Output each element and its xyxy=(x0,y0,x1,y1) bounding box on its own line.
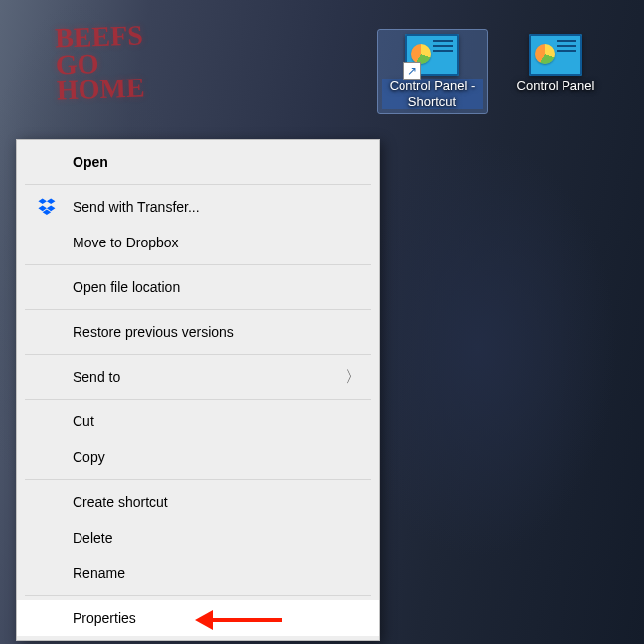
desktop-icon-control-panel-shortcut[interactable]: ↗ Control Panel - Shortcut xyxy=(378,30,487,113)
menu-separator xyxy=(25,479,371,480)
menu-item-create-shortcut[interactable]: Create shortcut xyxy=(17,484,379,520)
menu-item-delete[interactable]: Delete xyxy=(17,520,379,556)
menu-item-label: Delete xyxy=(73,530,112,546)
shortcut-arrow-icon: ↗ xyxy=(403,62,421,80)
desktop-icon-label: Control Panel - Shortcut xyxy=(382,79,483,109)
menu-item-rename[interactable]: Rename xyxy=(17,556,379,591)
menu-item-copy[interactable]: Copy xyxy=(17,439,379,475)
dropbox-icon xyxy=(37,197,57,217)
menu-item-label: Send with Transfer... xyxy=(73,199,200,215)
wallpaper-graffiti: BEEFS GO HOME xyxy=(55,22,145,104)
menu-separator xyxy=(25,354,371,355)
desktop-icons: ↗ Control Panel - Shortcut Control Panel xyxy=(378,30,610,113)
control-panel-icon: ↗ xyxy=(405,34,459,76)
menu-item-cut[interactable]: Cut xyxy=(17,403,379,439)
menu-item-label: Open file location xyxy=(73,279,180,295)
menu-item-label: Move to Dropbox xyxy=(73,235,179,250)
context-menu: OpenSend with Transfer...Move to Dropbox… xyxy=(16,139,380,641)
control-panel-icon xyxy=(529,34,582,76)
menu-separator xyxy=(25,399,371,400)
menu-item-send-to[interactable]: Send to〉 xyxy=(17,359,379,395)
menu-item-send-with-transfer[interactable]: Send with Transfer... xyxy=(17,189,379,225)
menu-item-label: Cut xyxy=(73,413,94,429)
menu-item-move-to-dropbox[interactable]: Move to Dropbox xyxy=(17,225,379,260)
menu-item-label: Send to xyxy=(73,369,120,385)
menu-item-label: Create shortcut xyxy=(73,494,168,510)
menu-item-label: Open xyxy=(73,154,108,170)
menu-item-restore-previous-versions[interactable]: Restore previous versions xyxy=(17,314,379,350)
desktop-icon-label: Control Panel xyxy=(515,79,597,94)
menu-separator xyxy=(25,184,371,185)
menu-item-label: Properties xyxy=(73,610,136,626)
chevron-right-icon: 〉 xyxy=(345,367,361,388)
menu-item-label: Rename xyxy=(73,565,125,581)
menu-item-label: Restore previous versions xyxy=(73,324,234,340)
menu-separator xyxy=(25,309,371,310)
menu-item-open-file-location[interactable]: Open file location xyxy=(17,269,379,305)
menu-item-open[interactable]: Open xyxy=(17,144,379,180)
menu-item-properties[interactable]: Properties xyxy=(17,600,379,636)
menu-separator xyxy=(25,595,371,596)
desktop-icon-control-panel[interactable]: Control Panel xyxy=(501,30,610,113)
menu-separator xyxy=(25,264,371,265)
menu-item-label: Copy xyxy=(73,449,105,465)
